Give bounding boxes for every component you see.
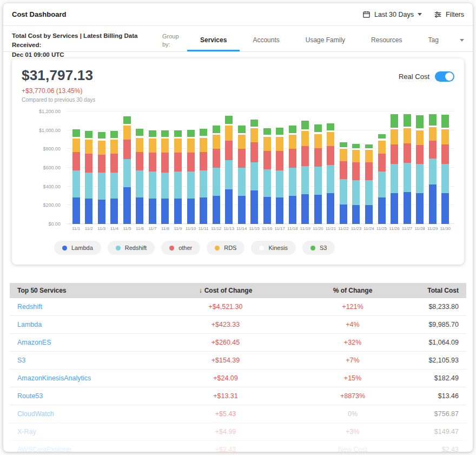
tab-tag[interactable]: Tag bbox=[415, 36, 451, 51]
cost-change-value: +$3,770.06 (13.45%) bbox=[22, 87, 95, 95]
stacked-bar-11/17[interactable] bbox=[276, 111, 283, 224]
stacked-bar-11/14[interactable] bbox=[238, 111, 246, 224]
stacked-bar-11/2[interactable] bbox=[85, 111, 92, 224]
tab-resources[interactable]: Resources bbox=[358, 36, 415, 51]
stacked-bar-11/6[interactable] bbox=[136, 111, 143, 224]
service-link[interactable]: AmazonKinesisAnalytics bbox=[17, 374, 147, 382]
col-header-cost-change[interactable]: ↓Cost of Change bbox=[147, 287, 304, 294]
bar-segment-s3 bbox=[110, 131, 118, 138]
bar-segment-redshift bbox=[404, 163, 411, 192]
stacked-bar-11/16[interactable] bbox=[263, 111, 271, 224]
bar-segment-rds bbox=[149, 139, 156, 153]
x-tick-label: 11/29 bbox=[426, 226, 439, 231]
stacked-bar-11/5[interactable] bbox=[123, 111, 131, 224]
toggle-knob bbox=[445, 72, 453, 81]
bar-segment-lambda bbox=[378, 197, 386, 224]
bar-segment-other bbox=[85, 154, 92, 173]
stacked-bar-11/25[interactable] bbox=[378, 111, 386, 224]
bar-segment-redshift bbox=[174, 172, 182, 199]
x-tick-label: 11/19 bbox=[299, 226, 312, 231]
stacked-bar-11/19[interactable] bbox=[301, 111, 309, 224]
bar-segment-rds bbox=[441, 129, 449, 144]
bar-column bbox=[222, 111, 235, 224]
bar-segment-redshift bbox=[225, 160, 233, 189]
bar-segment-other bbox=[378, 154, 386, 172]
stacked-bar-11/21[interactable] bbox=[327, 111, 334, 224]
filters-button[interactable]: Filters bbox=[434, 11, 464, 18]
service-link[interactable]: X-Ray bbox=[17, 428, 147, 436]
stacked-bar-11/30[interactable] bbox=[441, 111, 449, 224]
stacked-bar-11/10[interactable] bbox=[187, 111, 195, 224]
bar-segment-lambda bbox=[85, 199, 92, 224]
tabs-overflow-chevron-icon[interactable] bbox=[460, 39, 464, 42]
stacked-bar-11/3[interactable] bbox=[98, 111, 105, 224]
real-cost-toggle[interactable] bbox=[435, 71, 454, 82]
col-header-services[interactable]: Top 50 Services bbox=[17, 287, 147, 294]
bar-column bbox=[159, 111, 172, 224]
legend-chip-redshift[interactable]: Redshift bbox=[108, 241, 155, 255]
date-range-picker[interactable]: Last 30 Days bbox=[362, 10, 422, 18]
bar-segment-s3 bbox=[340, 142, 347, 147]
y-tick-label: $200.00 bbox=[43, 202, 61, 208]
service-link[interactable]: Lambda bbox=[17, 321, 147, 328]
bar-segment-s3 bbox=[276, 128, 283, 135]
bar-segment-rds bbox=[365, 150, 373, 162]
y-tick-label: $1,200.00 bbox=[39, 109, 61, 114]
stacked-bar-11/13[interactable] bbox=[225, 111, 233, 224]
stacked-bar-11/11[interactable] bbox=[200, 111, 207, 224]
y-tick-label: $1,000.00 bbox=[39, 128, 61, 133]
stacked-bar-11/20[interactable] bbox=[314, 111, 322, 224]
stacked-bar-11/8[interactable] bbox=[161, 111, 169, 224]
filters-icon bbox=[434, 11, 442, 18]
stacked-bar-11/18[interactable] bbox=[289, 111, 296, 224]
bar-segment-rds bbox=[391, 129, 398, 144]
stacked-bar-11/15[interactable] bbox=[250, 111, 258, 224]
service-link[interactable]: S3 bbox=[17, 357, 147, 364]
x-tick-label: 11/11 bbox=[197, 226, 210, 231]
bar-segment-lambda bbox=[276, 197, 283, 224]
bar-segment-rds bbox=[225, 126, 233, 141]
col-header-total-cost[interactable]: Total Cost bbox=[401, 287, 459, 294]
table-row: S3+$154.39+7%$2,105.93 bbox=[10, 352, 466, 370]
legend-chip-rds[interactable]: RDS bbox=[207, 241, 244, 255]
x-tick-label: 11/20 bbox=[312, 226, 325, 231]
stacked-bar-11/29[interactable] bbox=[429, 111, 437, 224]
bar-column bbox=[299, 111, 312, 224]
bar-segment-lambda bbox=[352, 205, 360, 224]
stacked-bar-11/7[interactable] bbox=[149, 111, 156, 224]
stacked-bar-11/9[interactable] bbox=[174, 111, 182, 224]
stacked-bar-11/26[interactable] bbox=[391, 111, 398, 224]
stacked-bar-11/1[interactable] bbox=[72, 111, 80, 224]
bar-segment-redshift bbox=[238, 168, 246, 196]
stacked-bar-11/22[interactable] bbox=[340, 111, 347, 224]
stacked-bar-11/24[interactable] bbox=[365, 111, 373, 224]
pct-of-change-value: +32% bbox=[304, 339, 401, 346]
legend-chip-lambda[interactable]: Lambda bbox=[54, 241, 101, 255]
stacked-bar-11/4[interactable] bbox=[110, 111, 118, 224]
summary-block: $31,797.13 +$3,770.06 (13.45%) Compared … bbox=[22, 67, 95, 103]
service-link[interactable]: AmazonES bbox=[17, 339, 147, 346]
service-link[interactable]: Route53 bbox=[17, 392, 147, 400]
service-link[interactable]: Redshift bbox=[17, 303, 147, 311]
legend-chip-other[interactable]: other bbox=[161, 241, 200, 255]
billing-data-title: Total Cost by Services | Latest Billing … bbox=[12, 29, 162, 51]
tab-accounts[interactable]: Accounts bbox=[240, 36, 292, 51]
stacked-bar-11/28[interactable] bbox=[416, 111, 424, 224]
bar-segment-s3 bbox=[225, 116, 233, 124]
stacked-bar-11/23[interactable] bbox=[352, 111, 360, 224]
tab-services[interactable]: Services bbox=[187, 36, 240, 51]
service-link[interactable]: AWSCostExplorer bbox=[17, 446, 147, 452]
bar-segment-other bbox=[289, 149, 296, 168]
stacked-bar-11/12[interactable] bbox=[213, 111, 220, 224]
tab-usage-family[interactable]: Usage Family bbox=[293, 36, 358, 51]
bar-segment-other bbox=[72, 152, 80, 171]
bar-segment-rds bbox=[429, 127, 437, 140]
bar-column bbox=[184, 111, 197, 224]
col-header-pct-change[interactable]: % of Change bbox=[304, 287, 401, 294]
service-link[interactable]: CloudWatch bbox=[17, 410, 147, 418]
legend-chip-s3[interactable]: S3 bbox=[302, 241, 335, 255]
legend-chip-kinesis[interactable]: Kinesis bbox=[251, 241, 295, 255]
stacked-bar-11/27[interactable] bbox=[404, 111, 411, 224]
x-tick-label: 11/25 bbox=[375, 226, 388, 231]
bar-column bbox=[439, 111, 452, 224]
